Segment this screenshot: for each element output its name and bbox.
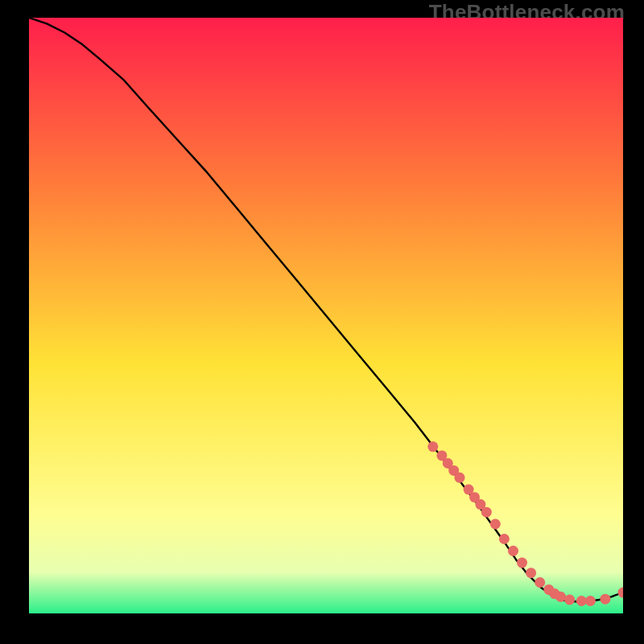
- data-marker: [555, 592, 566, 602]
- data-marker: [535, 577, 545, 588]
- data-marker: [585, 596, 596, 606]
- data-marker: [455, 473, 465, 483]
- data-marker: [526, 568, 536, 578]
- data-marker: [490, 519, 501, 530]
- chart-stage: TheBottleneck.com: [0, 0, 644, 644]
- data-marker: [499, 534, 510, 544]
- data-marker: [427, 441, 438, 452]
- data-marker: [508, 546, 518, 556]
- data-marker: [576, 596, 587, 606]
- data-marker: [517, 558, 527, 568]
- chart-svg: [29, 18, 623, 613]
- data-marker: [481, 507, 492, 518]
- data-marker: [600, 594, 610, 605]
- data-marker: [564, 595, 575, 605]
